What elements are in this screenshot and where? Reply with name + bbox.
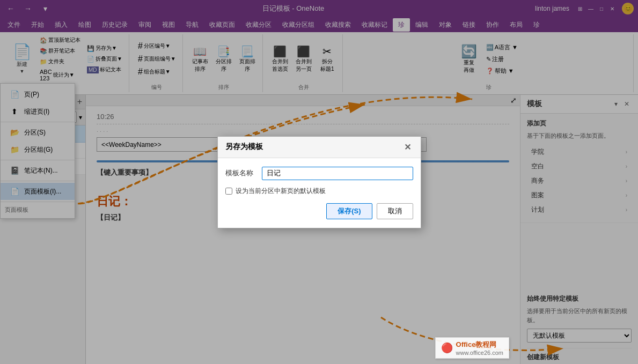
dialog-checkbox-row: 设为当前分区中新页的默认模板 bbox=[225, 187, 413, 196]
dialog-checkbox[interactable] bbox=[225, 188, 232, 195]
dialog-checkbox-label: 设为当前分区中新页的默认模板 bbox=[236, 187, 326, 196]
dialog-title-text: 另存为模板 bbox=[225, 142, 263, 152]
dialog-name-input[interactable] bbox=[262, 167, 413, 180]
dialog-overlay: 另存为模板 ✕ 模板名称 设为当前分区中新页的默认模板 保存(S) 取消 bbox=[0, 0, 638, 364]
dialog-name-label: 模板名称 bbox=[225, 168, 258, 178]
dialog-title-bar: 另存为模板 ✕ bbox=[218, 137, 421, 158]
dialog-buttons: 保存(S) 取消 bbox=[225, 203, 413, 219]
save-template-dialog: 另存为模板 ✕ 模板名称 设为当前分区中新页的默认模板 保存(S) 取消 bbox=[217, 136, 421, 228]
watermark: 🔴 Office教程网 www.office26.com bbox=[435, 337, 509, 359]
watermark-title: Office教程网 bbox=[456, 340, 503, 350]
dialog-body: 模板名称 设为当前分区中新页的默认模板 保存(S) 取消 bbox=[218, 158, 421, 228]
office-logo: 🔴 bbox=[441, 342, 453, 354]
watermark-url: www.office26.com bbox=[456, 350, 503, 356]
dialog-name-row: 模板名称 bbox=[225, 167, 413, 180]
dialog-save-btn[interactable]: 保存(S) bbox=[326, 203, 372, 219]
dialog-cancel-btn[interactable]: 取消 bbox=[377, 203, 413, 219]
dialog-close-btn[interactable]: ✕ bbox=[402, 142, 413, 152]
watermark-text-block: Office教程网 www.office26.com bbox=[456, 340, 503, 356]
